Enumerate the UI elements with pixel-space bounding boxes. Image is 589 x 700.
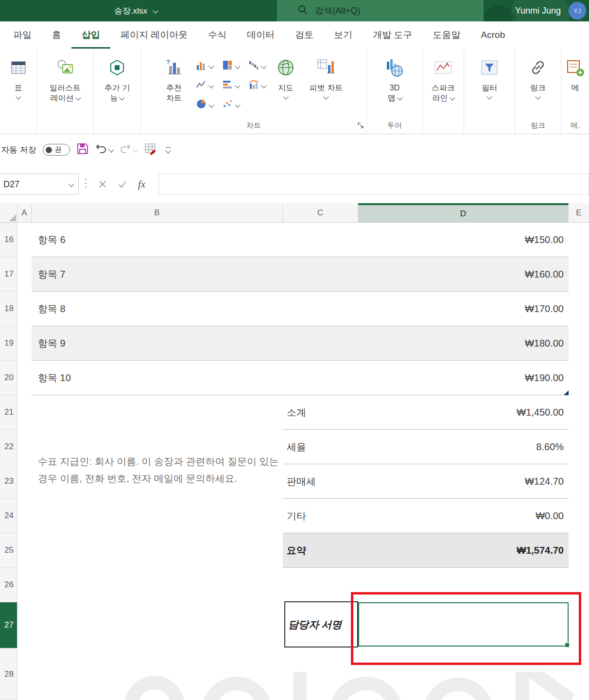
watermark: [109, 672, 589, 700]
recommended-charts-button[interactable]: ? 추천 차트: [157, 49, 191, 103]
invoice-item-row[interactable]: 항목 7 ₩160.00: [32, 257, 569, 292]
column-header-A[interactable]: A: [17, 203, 32, 223]
summary-row-subtotal[interactable]: 소계 ₩1,450.00: [283, 395, 569, 430]
pivot-chart-button[interactable]: 피벗 차트: [302, 49, 350, 99]
maps-button[interactable]: 지도: [270, 49, 302, 99]
tab-review[interactable]: 검토: [285, 21, 324, 49]
redo-button[interactable]: [120, 143, 138, 157]
combo-chart-button[interactable]: [248, 79, 266, 92]
column-header-B[interactable]: B: [32, 203, 283, 223]
column-headers: A B C D E: [0, 203, 589, 223]
table-icon: [10, 56, 27, 79]
filters-label: 필터: [482, 84, 497, 92]
link-label: 링크: [530, 84, 546, 92]
row-header-28[interactable]: 28: [0, 648, 17, 700]
summary-row-other[interactable]: 기타 ₩0.00: [283, 499, 569, 533]
column-header-E[interactable]: E: [569, 203, 589, 223]
summary-value: ₩1,574.70: [517, 545, 564, 556]
column-header-C[interactable]: C: [283, 203, 358, 223]
chevron-down-icon: [166, 148, 171, 153]
filters-button[interactable]: 필터: [480, 49, 499, 99]
row-header-21[interactable]: 21: [0, 395, 17, 430]
addins-button[interactable]: 추가 기 능: [104, 49, 130, 103]
enter-button[interactable]: [118, 180, 127, 189]
row-header-24[interactable]: 24: [0, 499, 17, 533]
tab-help[interactable]: 도움말: [423, 21, 471, 49]
item-label: 항목 8: [38, 302, 66, 315]
row-header-17[interactable]: 17: [0, 257, 17, 292]
name-box[interactable]: D27: [0, 174, 79, 195]
column-header-D[interactable]: D: [358, 203, 569, 223]
tab-view[interactable]: 보기: [324, 21, 363, 49]
document-title[interactable]: 송장.xlsx: [114, 0, 157, 21]
pie-chart-button[interactable]: [195, 98, 213, 112]
item-amount: ₩170.00: [525, 303, 564, 315]
search-placeholder: 검색(Alt+Q): [315, 5, 361, 17]
ribbon-group-charts: ? 추천 차트: [141, 49, 367, 134]
autosave-toggle[interactable]: 끔: [43, 144, 70, 156]
invoice-item-row[interactable]: 항목 8 ₩170.00: [32, 292, 569, 326]
tab-data[interactable]: 데이터: [237, 21, 285, 49]
chevron-down-icon: [208, 63, 214, 69]
summary-row-total[interactable]: 요약 ₩1,574.70: [283, 533, 569, 568]
waterfall-chart-button[interactable]: [248, 59, 266, 73]
titlebar: 송장.xlsx 검색(Alt+Q) Yunmi Jung YJ: [0, 0, 589, 21]
tab-home[interactable]: 홈: [42, 21, 71, 49]
avatar[interactable]: YJ: [569, 2, 586, 19]
select-all-corner[interactable]: [0, 203, 17, 223]
row-header-19[interactable]: 19: [0, 326, 17, 361]
3d-map-button[interactable]: 3D 맵: [385, 49, 404, 103]
tab-file[interactable]: 파일: [3, 21, 42, 49]
cell-C27-signature[interactable]: 담당자 서명: [284, 601, 358, 648]
summary-row-taxrate[interactable]: 세율 8.60%: [283, 430, 569, 464]
memo-button[interactable]: 메: [566, 49, 585, 93]
row-header-26[interactable]: 26: [0, 568, 17, 602]
tab-acrobat[interactable]: Acrob: [471, 21, 516, 49]
tab-developer[interactable]: 개발 도구: [363, 21, 422, 49]
line-chart-button[interactable]: [195, 79, 213, 92]
row-header-18[interactable]: 18: [0, 292, 17, 326]
link-button[interactable]: 링크: [529, 49, 547, 99]
invoice-item-row[interactable]: 항목 9 ₩180.00: [32, 326, 569, 361]
item-label: 항목 6: [38, 233, 66, 246]
invoice-item-row[interactable]: 항목 10 ₩190.00: [32, 361, 569, 395]
cancel-button[interactable]: [98, 180, 107, 189]
name-box-dropdown-icon[interactable]: [67, 179, 78, 190]
qat-grid-tool-button[interactable]: [144, 142, 156, 157]
tab-formulas[interactable]: 수식: [198, 21, 237, 49]
sparkline-icon: [433, 56, 453, 79]
illustrations-button[interactable]: 일러스트 레이션: [50, 49, 81, 103]
invoice-item-row[interactable]: 항목 6 ₩150.00: [32, 223, 569, 257]
insert-function-button[interactable]: fx: [138, 178, 145, 191]
summary-row-salestax[interactable]: 판매세 ₩124.70: [283, 464, 569, 499]
row-header-16[interactable]: 16: [0, 223, 17, 257]
scatter-chart-button[interactable]: [222, 98, 240, 112]
tab-insert[interactable]: 삽입: [71, 21, 110, 49]
charts-dialog-launcher-icon[interactable]: [357, 122, 364, 131]
formula-input[interactable]: [158, 174, 589, 195]
column-chart-button[interactable]: [195, 59, 213, 73]
row-header-25[interactable]: 25: [0, 533, 17, 568]
undo-icon: [95, 143, 107, 157]
undo-button[interactable]: [95, 143, 113, 157]
ribbon-group-links: 링크 링크: [515, 49, 561, 134]
maps-button-label: 지도: [278, 84, 294, 92]
chevron-down-icon: [153, 8, 158, 13]
illustrations-button-label: 일러스트 레이션: [50, 84, 81, 102]
search-box[interactable]: 검색(Alt+Q): [277, 0, 484, 21]
row-header-27[interactable]: 27: [0, 602, 17, 648]
summary-label: 소계: [287, 406, 306, 419]
bar-chart-button[interactable]: [222, 79, 240, 92]
tab-page-layout[interactable]: 페이지 레이아웃: [110, 21, 198, 49]
row-header-20[interactable]: 20: [0, 361, 17, 395]
save-button[interactable]: [76, 142, 89, 157]
chevron-down-icon: [235, 83, 240, 88]
sparklines-button[interactable]: 스파크 라인: [432, 49, 455, 103]
insert-table-button[interactable]: 표: [10, 49, 27, 99]
summary-label: 요약: [287, 544, 306, 557]
user-name[interactable]: Yunmi Jung: [515, 0, 561, 21]
row-header-22[interactable]: 22: [0, 430, 17, 464]
hierarchy-chart-button[interactable]: [222, 59, 240, 73]
row-header-23[interactable]: 23: [0, 464, 17, 499]
qat-customize-icon[interactable]: [166, 147, 171, 153]
